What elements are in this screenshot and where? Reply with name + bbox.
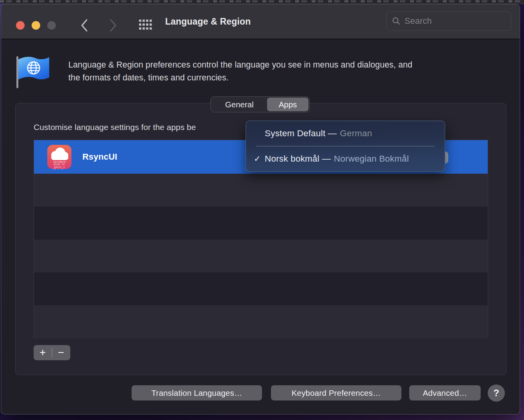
tab-bar: General Apps <box>210 96 310 112</box>
background-window-remnant <box>0 0 524 2</box>
tab-apps[interactable]: Apps <box>267 98 308 111</box>
add-remove-group: + − <box>34 345 70 360</box>
checkmark-icon: ✓ <box>254 154 265 164</box>
table-row-empty <box>34 305 488 338</box>
add-app-button[interactable]: + <box>34 345 52 360</box>
language-region-window: Language & Region Language & Region pref… <box>1 4 520 415</box>
translation-languages-button[interactable]: Translation Languages… <box>132 385 262 400</box>
language-region-flag-icon <box>15 55 51 89</box>
customise-caption: Customise language settings for the apps… <box>34 123 196 132</box>
forward-icon <box>108 18 118 32</box>
close-button[interactable] <box>16 21 25 30</box>
menu-separator <box>256 146 435 146</box>
keyboard-preferences-button[interactable]: Keyboard Preferences… <box>271 385 401 400</box>
svg-text:10110010: 10110010 <box>53 161 66 163</box>
search-input[interactable] <box>405 16 494 26</box>
svg-text:0110 11: 0110 11 <box>54 163 65 166</box>
svg-text:10111 1: 10111 1 <box>54 166 65 168</box>
advanced-button[interactable]: Advanced… <box>409 385 481 400</box>
remove-app-button[interactable]: − <box>52 345 70 360</box>
traffic-lights <box>16 21 56 30</box>
menu-item-system-default[interactable]: System Default — German <box>246 121 445 146</box>
titlebar: Language & Region <box>1 4 520 39</box>
search-icon <box>392 17 401 25</box>
back-icon[interactable] <box>79 18 89 32</box>
tab-general[interactable]: General <box>212 98 267 111</box>
svg-text:10 1 11: 10 1 11 <box>53 168 64 169</box>
zoom-button <box>47 21 56 30</box>
show-all-grid-icon[interactable] <box>139 19 153 31</box>
help-button[interactable]: ? <box>488 384 505 402</box>
minimize-button[interactable] <box>32 21 40 30</box>
menu-item-norsk-bokmal[interactable]: ✓ Norsk bokmål — Norwegian Bokmål <box>246 146 445 171</box>
search-field[interactable] <box>386 11 511 31</box>
rsyncui-app-icon: 10110010 0110 11 10111 1 10 1 11 <box>47 144 72 169</box>
table-row-empty <box>34 272 488 305</box>
desktop-background-strip <box>0 0 524 4</box>
app-name-label: RsyncUI <box>82 152 117 162</box>
preferences-description: Language & Region preferences control th… <box>68 59 506 84</box>
table-row-empty <box>34 206 488 240</box>
language-popup-menu: System Default — German ✓ Norsk bokmål —… <box>246 121 445 172</box>
button-divider <box>52 348 52 358</box>
table-row-empty <box>34 240 488 272</box>
window-title: Language & Region <box>165 4 251 39</box>
table-row-empty <box>34 174 488 206</box>
